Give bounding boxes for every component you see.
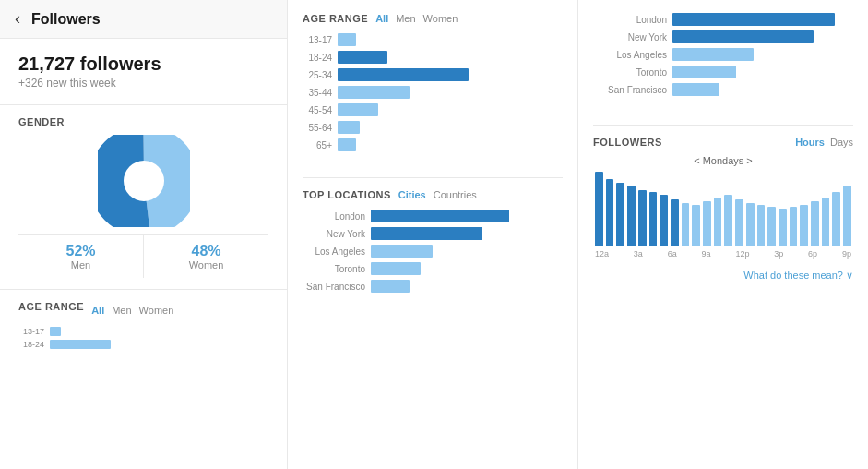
age-header-left: AGE RANGE All Men Women [18, 301, 268, 319]
time-filter-group: Hours Days [795, 137, 853, 148]
age-filter-men-left[interactable]: Men [112, 305, 131, 316]
city-bar-label: London [593, 15, 667, 25]
v-bar [746, 203, 755, 246]
city-bar-label: New York [593, 32, 667, 42]
age-bar-track [338, 138, 563, 151]
mini-bar-fill [50, 340, 111, 349]
women-label: Women [144, 259, 268, 271]
followers-new: +326 new this week [18, 77, 268, 90]
loc-bar-fill [371, 210, 509, 222]
followers-chart-section: FOLLOWERS Hours Days < Mondays > 12a3a6a… [593, 137, 853, 456]
vertical-bar-chart [593, 172, 853, 246]
loc-bar-fill [371, 227, 482, 240]
right-panel: London New York Los Angeles Toronto San … [578, 0, 868, 469]
age-bar-fill [338, 103, 378, 116]
city-bar-row: Toronto [593, 66, 853, 78]
v-bar [595, 172, 603, 246]
age-section-left: AGE RANGE All Men Women 13-17 18-24 [0, 290, 287, 356]
city-bar-row: New York [593, 30, 853, 43]
men-label: Men [18, 259, 143, 271]
age-chart-title: AGE RANGE [303, 13, 368, 24]
mini-bar-fill [50, 327, 61, 336]
age-bar-track [338, 121, 563, 134]
gender-section: GENDER 52% Men 48% Women [0, 105, 287, 290]
top-cities-chart: London New York Los Angeles Toronto San … [593, 13, 853, 101]
loc-bar-fill [371, 280, 410, 293]
city-bar-track [672, 48, 853, 61]
age-bar-track [338, 103, 563, 116]
v-bar [692, 205, 700, 246]
city-bar-row: San Francisco [593, 83, 853, 96]
mini-bar-row: 13-17 [18, 327, 268, 336]
loc-bar-label: Toronto [303, 264, 365, 274]
countries-btn[interactable]: Countries [434, 189, 477, 200]
age-filter-women-left[interactable]: Women [139, 305, 174, 316]
loc-bar-chart: London New York Los Angeles Toronto San … [303, 210, 563, 293]
cities-btn[interactable]: Cities [398, 189, 426, 200]
time-label: 12a [595, 249, 609, 259]
loc-chart-header: TOP LOCATIONS Cities Countries [303, 189, 563, 200]
what-mean: What do these mean? ∨ [593, 266, 853, 283]
age-bar-track [338, 33, 563, 46]
loc-bar-track [371, 262, 563, 275]
age-bar-row: 13-17 [303, 33, 563, 46]
loc-bar-row: London [303, 210, 563, 222]
loc-bar-track [371, 227, 563, 240]
loc-bar-row: San Francisco [303, 280, 563, 293]
hours-btn[interactable]: Hours [795, 137, 825, 148]
v-bar [671, 199, 679, 246]
city-bar-label: Toronto [593, 67, 667, 78]
time-label: 3a [634, 249, 643, 259]
mini-bar-row: 18-24 [18, 340, 268, 349]
age-men-btn[interactable]: Men [396, 13, 415, 24]
city-bar-fill [672, 83, 719, 96]
age-bar-fill [338, 33, 356, 46]
v-bar [660, 195, 668, 246]
city-bar-track [672, 66, 853, 78]
followers-chart-header: FOLLOWERS Hours Days [593, 137, 853, 148]
age-bar-label: 25-34 [303, 70, 332, 80]
followers-chart-title: FOLLOWERS [593, 137, 662, 148]
svg-point-2 [124, 161, 164, 201]
days-btn[interactable]: Days [830, 137, 853, 148]
v-bar [800, 205, 808, 246]
v-bar [832, 192, 840, 246]
divider [303, 177, 563, 178]
v-bar [811, 201, 819, 246]
age-bar-chart: 13-17 18-24 25-34 35-44 45-54 [303, 33, 563, 151]
age-women-btn[interactable]: Women [423, 13, 458, 24]
city-bar-fill [672, 13, 835, 26]
age-filter-all-left[interactable]: All [91, 305, 104, 316]
v-bar [682, 203, 690, 246]
v-bar [757, 205, 766, 246]
followers-count: 21,727 followers [18, 54, 268, 75]
mini-bar-track [50, 340, 268, 349]
age-bar-fill [338, 86, 410, 99]
age-bar-fill [338, 51, 387, 64]
v-bar [790, 207, 798, 246]
city-bar-track [672, 83, 853, 96]
city-bar-fill [672, 48, 754, 61]
loc-bar-row: Toronto [303, 262, 563, 275]
loc-bar-fill [371, 245, 433, 258]
age-bar-fill [338, 121, 360, 134]
age-chart-section: AGE RANGE All Men Women 13-17 18-24 25-3… [303, 13, 563, 151]
back-icon[interactable]: ‹ [15, 9, 20, 29]
women-pct: 48% [144, 243, 268, 259]
middle-panel: AGE RANGE All Men Women 13-17 18-24 25-3… [288, 0, 578, 469]
loc-chart-title: TOP LOCATIONS [303, 189, 391, 200]
age-bar-label: 18-24 [303, 53, 332, 63]
loc-bar-row: New York [303, 227, 563, 240]
age-bar-label: 45-54 [303, 105, 332, 115]
what-mean-link[interactable]: What do these mean? ∨ [743, 270, 853, 281]
age-bar-row: 18-24 [303, 51, 563, 64]
age-bar-fill [338, 138, 356, 151]
time-label: 9a [702, 249, 711, 259]
right-divider [593, 125, 853, 126]
age-bar-label: 35-44 [303, 88, 332, 98]
men-pct: 52% [18, 243, 143, 259]
mini-bar-label: 13-17 [18, 327, 44, 336]
age-all-btn[interactable]: All [375, 13, 388, 24]
loc-chart-section: TOP LOCATIONS Cities Countries London Ne… [303, 189, 563, 293]
v-bar [616, 183, 624, 246]
